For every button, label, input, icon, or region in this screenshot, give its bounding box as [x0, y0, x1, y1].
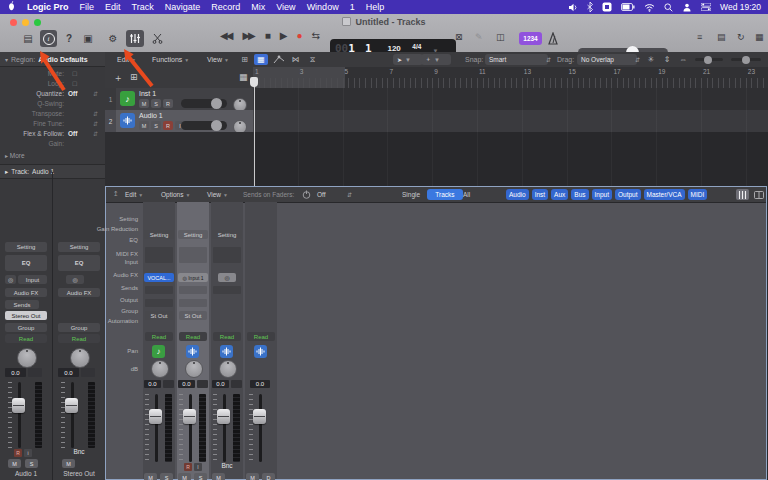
filter-button[interactable]: Inst	[532, 189, 548, 200]
view-mode-single[interactable]: Single	[402, 187, 420, 202]
audio-fx-slot[interactable]	[145, 286, 173, 294]
eq-slot[interactable]	[145, 247, 173, 263]
sends-slot[interactable]	[145, 299, 173, 307]
sends-slot[interactable]	[179, 299, 207, 307]
menubar-item-file[interactable]: File	[80, 2, 95, 12]
input-button[interactable]: Input	[18, 275, 47, 284]
volume-fader[interactable]	[54, 382, 104, 448]
pan-knob[interactable]	[17, 348, 37, 368]
track-lane-audio1[interactable]	[253, 110, 768, 132]
filter-button[interactable]: Audio	[506, 189, 529, 200]
stepper-icon[interactable]: ⇵	[93, 110, 98, 117]
metronome-button[interactable]	[548, 31, 558, 49]
grid-icon[interactable]: ⊞	[238, 54, 251, 65]
output-button[interactable]: St Out	[145, 311, 173, 320]
setting-button[interactable]: Setting	[212, 230, 242, 239]
track-state-button[interactable]: R	[163, 121, 173, 130]
track-state-button[interactable]: M	[139, 121, 149, 130]
output-button[interactable]: Stereo Out	[5, 311, 47, 320]
audio-fx-slot[interactable]	[213, 286, 241, 294]
menubar-clock[interactable]: Wed 19:20	[720, 2, 761, 12]
sends-button[interactable]: Sends	[5, 300, 39, 309]
transport-button[interactable]: ◀◀	[220, 30, 231, 41]
stepper-icon[interactable]: ⇵	[93, 120, 98, 127]
fader-cap[interactable]	[149, 409, 162, 424]
crossfade-icon[interactable]: ⋈	[289, 54, 302, 65]
pane-handle-icon[interactable]: ↥	[113, 190, 119, 198]
audio-fx-button[interactable]: Audio FX	[5, 288, 47, 297]
fader-cap[interactable]	[217, 409, 230, 424]
apple-menu[interactable]	[7, 1, 16, 13]
eq-slot[interactable]	[179, 247, 207, 263]
record-enable-button[interactable]: R	[184, 463, 192, 471]
track-lane-inst1[interactable]	[253, 88, 768, 110]
wifi-icon[interactable]	[644, 3, 655, 12]
region-parameter-row[interactable]: Fine Tune: ⇵	[0, 118, 105, 128]
parameter-checkbox[interactable]: ☐	[72, 80, 77, 87]
toolbar-toggle-button[interactable]: ▣	[80, 30, 96, 47]
track-header-inst1[interactable]: 1 ♪ Inst 1 MSR	[105, 88, 253, 110]
snap-dropdown[interactable]: Smart	[485, 54, 548, 65]
region-parameter-row[interactable]: Gain:	[0, 138, 105, 148]
volume-value[interactable]: 0.0	[58, 368, 79, 377]
pan-knob[interactable]	[219, 360, 237, 378]
volume-value[interactable]: 0.0	[144, 380, 161, 388]
menubar-item-mix[interactable]: Mix	[251, 2, 265, 12]
fader-cap[interactable]	[183, 409, 196, 424]
tracks-edit-menu[interactable]: Edit▼	[117, 52, 136, 67]
menubar-item-help[interactable]: Help	[366, 2, 385, 12]
bounce-button[interactable]: Bnc	[211, 462, 243, 469]
automation-mode-button[interactable]: Read	[247, 332, 275, 341]
parameter-value[interactable]: Off	[68, 130, 77, 137]
pane-toggle-icon[interactable]	[752, 189, 765, 200]
slider-knob[interactable]	[704, 56, 712, 64]
region-parameter-row[interactable]: Transpose: ⇵	[0, 108, 105, 118]
menubar-item-track[interactable]: Track	[132, 2, 154, 12]
mute-button[interactable]: M	[246, 473, 259, 480]
track-name[interactable]: Inst 1	[139, 90, 156, 97]
waveform-zoom-icon[interactable]: ✳	[645, 54, 657, 65]
transport-button[interactable]: ●	[297, 30, 301, 41]
menubar-item-view[interactable]: View	[276, 2, 295, 12]
quick-help-button[interactable]: ?	[61, 30, 77, 47]
menubar-item-navigate[interactable]: Navigate	[165, 2, 201, 12]
fader-cap[interactable]	[65, 398, 78, 413]
volume-fader[interactable]	[177, 394, 209, 462]
solo-button[interactable]: S	[160, 473, 173, 480]
control-center-icon[interactable]	[701, 3, 711, 11]
menubar-item-logic-pro[interactable]: Logic Pro	[27, 2, 69, 12]
volume-value[interactable]: 0.0	[250, 380, 270, 388]
channel-strip-view-icon[interactable]	[736, 189, 749, 200]
fader-cap[interactable]	[253, 409, 266, 424]
loop-browser-button[interactable]: ↻	[737, 32, 745, 42]
bar-ruler[interactable]: 1357911131517192123	[253, 67, 768, 89]
filter-button[interactable]: Input	[592, 189, 612, 200]
bounce-button[interactable]: Bnc	[54, 448, 104, 455]
replace-button[interactable]: ⊠	[455, 32, 463, 42]
region-inspector-header[interactable]: ▾ Region: Audio Defaults	[0, 52, 105, 67]
sends-stepper-icon[interactable]: ⇵	[347, 191, 352, 198]
automation-mode-button[interactable]: Read	[5, 334, 47, 343]
more-disclosure[interactable]: ▸ More	[5, 152, 25, 159]
command-tool-menu[interactable]: ＋▼	[421, 54, 451, 65]
automation-mode-button[interactable]: Read	[145, 332, 173, 341]
inspector-button[interactable]: i	[40, 30, 57, 47]
sends-on-faders-value[interactable]: Off	[317, 187, 326, 202]
filter-button[interactable]: Output	[615, 189, 641, 200]
region-parameter-row[interactable]: Mute: ☐	[0, 68, 105, 78]
filter-button[interactable]: Aux	[551, 189, 568, 200]
list-editors-button[interactable]: ≡	[697, 32, 702, 42]
slider-knob[interactable]	[211, 98, 222, 109]
region-parameter-row[interactable]: Quantize: Off ⇵	[0, 88, 105, 98]
bluetooth-icon[interactable]	[587, 2, 593, 12]
output-button[interactable]: St Out	[179, 311, 207, 320]
region-parameter-row[interactable]: Flex & Follow: Off ⇵	[0, 128, 105, 138]
track-volume-slider[interactable]	[181, 99, 227, 108]
track-state-button[interactable]: R	[163, 99, 173, 108]
power-icon[interactable]	[302, 190, 311, 200]
automation-icon[interactable]	[272, 54, 286, 65]
volume-value[interactable]: 0.0	[178, 380, 195, 388]
volume-value[interactable]: 0.0	[5, 368, 26, 377]
slider-knob[interactable]	[742, 56, 750, 64]
slider-knob[interactable]	[211, 120, 222, 131]
